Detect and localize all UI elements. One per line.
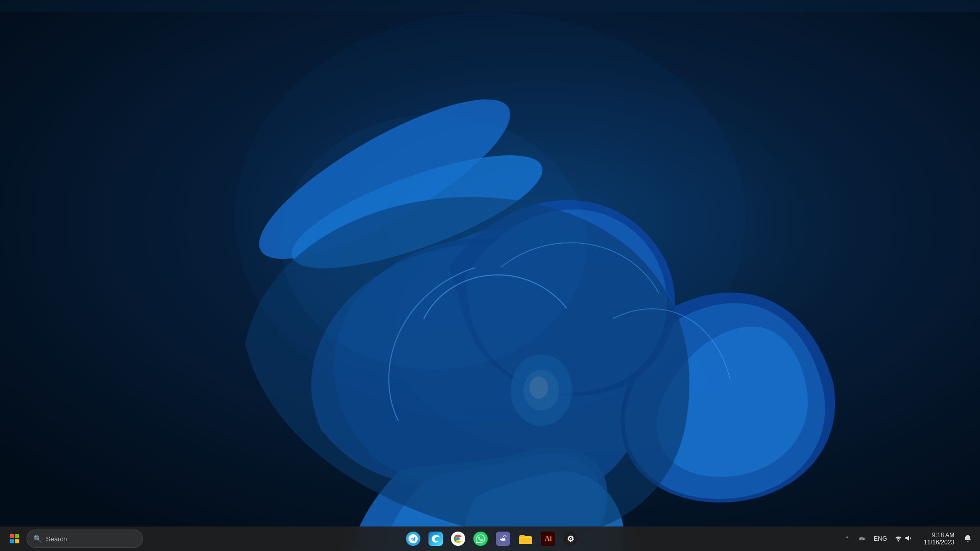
clock-time: 9:18 AM xyxy=(932,532,954,539)
taskbar-app-whatsapp[interactable] xyxy=(470,529,491,549)
taskbar: 🔍 Search xyxy=(0,526,980,551)
windows-logo-icon xyxy=(10,534,19,543)
svg-rect-12 xyxy=(519,538,532,544)
wifi-icon xyxy=(894,535,902,543)
clock-date: 11/16/2023 xyxy=(924,539,954,546)
chevron-up-icon: ˄ xyxy=(846,536,849,542)
taskbar-app-chrome[interactable] xyxy=(448,529,468,549)
system-tray: ˄ ✏ ENG xyxy=(841,529,976,549)
taskbar-apps: Ai ⚙ xyxy=(145,529,839,549)
language-text: ENG xyxy=(874,535,887,542)
search-icon: 🔍 xyxy=(33,535,42,543)
svg-point-7 xyxy=(281,114,587,370)
notification-button[interactable] xyxy=(960,529,976,549)
bell-icon xyxy=(964,535,972,543)
taskbar-app-settings[interactable]: ⚙ xyxy=(560,529,581,549)
taskbar-app-telegram[interactable] xyxy=(403,529,423,549)
desktop: 🔍 Search xyxy=(0,0,980,551)
clock-area[interactable]: 9:18 AM 11/16/2023 xyxy=(918,529,959,549)
taskbar-app-edge[interactable] xyxy=(425,529,446,549)
language-indicator[interactable]: ENG xyxy=(872,529,889,549)
taskbar-app-file-explorer[interactable] xyxy=(515,529,536,549)
pen-icon: ✏ xyxy=(859,534,866,544)
show-hidden-icons-button[interactable]: ˄ xyxy=(841,529,853,549)
taskbar-app-illustrator[interactable]: Ai xyxy=(538,529,558,549)
wallpaper xyxy=(0,0,980,551)
search-bar[interactable]: 🔍 Search xyxy=(27,530,143,548)
tray-icons-group[interactable] xyxy=(890,529,917,549)
svg-point-8 xyxy=(457,537,460,541)
taskbar-app-teams[interactable] xyxy=(493,529,513,549)
start-button[interactable] xyxy=(4,529,25,549)
volume-icon xyxy=(904,535,913,543)
search-label: Search xyxy=(46,535,67,543)
pen-icon-button[interactable]: ✏ xyxy=(854,529,871,549)
